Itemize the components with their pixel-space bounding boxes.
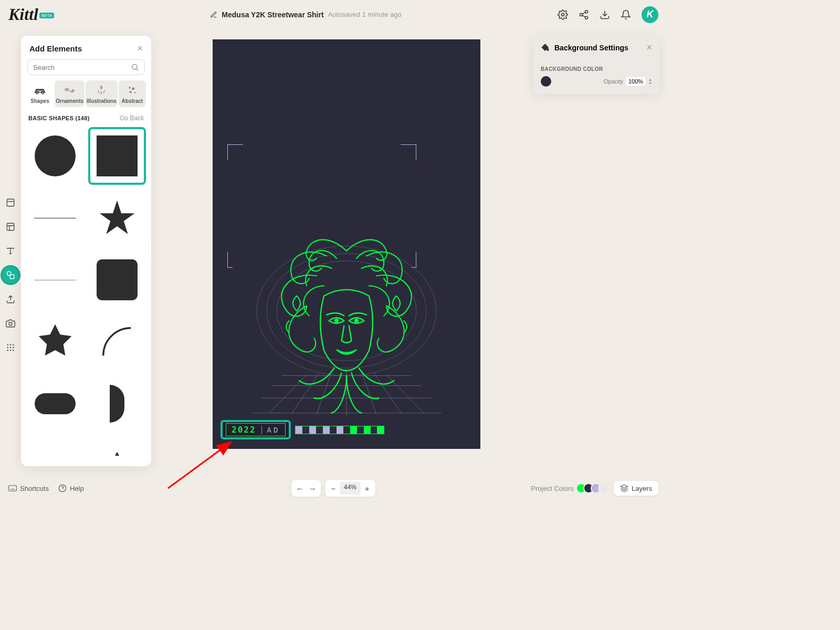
layers-button[interactable]: Layers xyxy=(614,481,658,496)
close-icon[interactable]: × xyxy=(137,43,143,54)
close-icon[interactable]: × xyxy=(646,42,652,53)
undo-button[interactable]: ← xyxy=(293,482,306,495)
layers-icon xyxy=(620,484,628,492)
year-label-box[interactable]: 2022 AD xyxy=(220,420,291,439)
svg-point-20 xyxy=(41,91,44,93)
tab-ornaments[interactable]: Ornaments xyxy=(55,80,85,107)
zoom-value[interactable]: 44% xyxy=(340,482,361,495)
redo-button[interactable]: → xyxy=(306,482,319,495)
pencil-icon[interactable] xyxy=(210,11,217,18)
tool-elements[interactable] xyxy=(2,267,19,284)
panel-expand-handle[interactable]: › xyxy=(149,239,151,262)
shape-half-circle[interactable] xyxy=(88,375,146,433)
help-icon xyxy=(58,484,67,492)
svg-point-3 xyxy=(585,16,588,19)
flower-icon xyxy=(96,85,107,96)
bell-icon[interactable] xyxy=(621,9,631,20)
svg-point-18 xyxy=(132,65,137,69)
project-colors-swatches[interactable] xyxy=(579,483,608,494)
canvas-area[interactable]: 2022 AD xyxy=(163,39,530,459)
shape-arc[interactable] xyxy=(88,313,146,371)
svg-point-15 xyxy=(7,350,8,351)
tab-label: Shapes xyxy=(30,98,49,104)
design-canvas[interactable]: 2022 AD xyxy=(213,39,480,449)
avatar[interactable]: K xyxy=(642,6,658,23)
search-input[interactable] xyxy=(33,64,131,71)
bg-color-label: BACKGROUND COLOR xyxy=(541,66,652,72)
shape-thinline[interactable] xyxy=(26,251,84,309)
shapes-grid[interactable] xyxy=(21,125,151,456)
tab-abstract[interactable]: Abstract xyxy=(119,80,146,107)
project-colors-label: Project Colors xyxy=(531,485,574,492)
tool-template[interactable] xyxy=(2,218,19,235)
svg-point-9 xyxy=(7,344,8,345)
app-header: KittlBETA Medusa Y2K Streetwear Shirt Au… xyxy=(0,0,667,29)
opacity-label: Opacity xyxy=(604,78,623,85)
shape-line[interactable] xyxy=(26,189,84,247)
tab-label: Ornaments xyxy=(56,98,83,104)
opacity-input[interactable] xyxy=(625,76,646,87)
search-icon[interactable] xyxy=(131,63,139,71)
zoom-in-button[interactable]: + xyxy=(361,482,373,495)
search-input-wrap[interactable] xyxy=(27,59,145,75)
svg-point-19 xyxy=(36,91,38,93)
shape-star[interactable] xyxy=(88,189,146,247)
svg-point-21 xyxy=(129,87,130,88)
year-label-group[interactable]: 2022 AD xyxy=(220,420,384,439)
tool-photo[interactable] xyxy=(2,315,19,332)
swirl-icon xyxy=(64,85,76,96)
crop-corner-tl xyxy=(227,144,243,160)
shape-circle[interactable] xyxy=(26,127,84,185)
opacity-stepper[interactable]: ▲▼ xyxy=(648,78,652,85)
elements-panel: Add Elements × Shapes Ornaments Illustra… xyxy=(21,36,151,466)
svg-rect-4 xyxy=(7,199,14,206)
svg-point-14 xyxy=(13,347,14,348)
tab-label: Illustrations xyxy=(87,98,117,104)
tool-text[interactable] xyxy=(2,243,19,259)
svg-point-25 xyxy=(257,246,436,376)
logo-text: Kittl xyxy=(8,5,38,24)
shape-line-2[interactable] xyxy=(26,437,84,456)
bg-color-swatch[interactable] xyxy=(541,76,551,87)
paint-bucket-icon xyxy=(541,43,550,52)
shape-rounded-square[interactable] xyxy=(88,251,146,309)
zoom-out-button[interactable]: − xyxy=(327,482,340,495)
svg-point-1 xyxy=(585,10,588,13)
svg-point-17 xyxy=(13,350,14,351)
svg-rect-7 xyxy=(10,275,14,279)
shape-pill[interactable] xyxy=(26,375,84,433)
gear-icon[interactable] xyxy=(558,9,568,20)
zoom-group: − 44% + xyxy=(325,480,375,497)
keyboard-icon xyxy=(8,485,17,492)
document-title[interactable]: Medusa Y2K Streetwear Shirt xyxy=(222,10,323,19)
tool-canvas[interactable] xyxy=(2,194,19,211)
logo[interactable]: KittlBETA xyxy=(8,5,54,24)
left-toolbar xyxy=(0,194,21,356)
help-button[interactable]: Help xyxy=(58,484,84,492)
shape-star-rounded[interactable] xyxy=(26,313,84,371)
svg-point-23 xyxy=(129,91,131,93)
shape-triangle[interactable] xyxy=(88,437,146,456)
right-panel-title: Background Settings xyxy=(554,44,642,52)
shortcuts-label: Shortcuts xyxy=(20,485,49,492)
autosave-status: Autosaved 1 minute ago xyxy=(328,10,402,18)
tab-illustrations[interactable]: Illustrations xyxy=(86,80,118,107)
shortcuts-button[interactable]: Shortcuts xyxy=(8,485,49,492)
crop-corner-bl xyxy=(227,252,233,268)
dots-icon xyxy=(127,85,138,96)
tool-upload[interactable] xyxy=(2,291,19,308)
shape-square[interactable] xyxy=(88,127,146,185)
download-icon[interactable] xyxy=(600,9,610,20)
medusa-artwork[interactable] xyxy=(247,231,446,423)
category-tabs: Shapes Ornaments Illustrations Abstract xyxy=(21,80,151,107)
bottom-bar: Shortcuts Help ← → − 44% + Project Color… xyxy=(0,477,667,500)
tab-shapes[interactable]: Shapes xyxy=(26,80,54,107)
go-back-link[interactable]: Go Back xyxy=(120,114,144,122)
svg-point-2 xyxy=(580,13,583,16)
tool-grid[interactable] xyxy=(2,339,19,356)
svg-point-0 xyxy=(562,13,564,16)
crop-corner-tr xyxy=(401,144,416,160)
header-center: Medusa Y2K Streetwear Shirt Autosaved 1 … xyxy=(54,10,558,19)
share-icon[interactable] xyxy=(579,9,589,20)
logo-badge: BETA xyxy=(39,13,54,18)
